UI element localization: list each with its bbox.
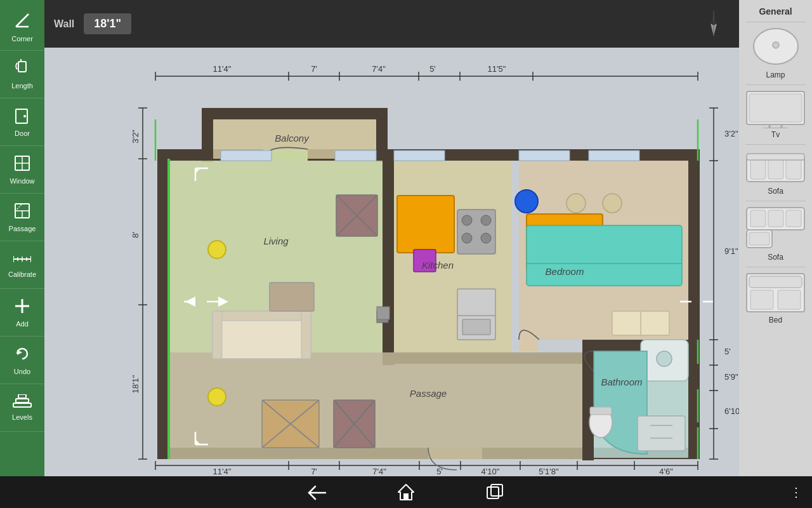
more-button[interactable]: ⋮ bbox=[790, 485, 802, 500]
passage-icon bbox=[13, 202, 31, 224]
svg-rect-116 bbox=[457, 210, 495, 254]
svg-line-0 bbox=[16, 14, 29, 27]
svg-rect-65 bbox=[157, 149, 169, 459]
svg-rect-79 bbox=[169, 352, 582, 459]
home-button[interactable] bbox=[393, 479, 419, 505]
window-label: Window bbox=[10, 177, 34, 185]
compass bbox=[698, 8, 730, 42]
svg-rect-83 bbox=[519, 340, 538, 351]
divider-1 bbox=[745, 22, 806, 22]
svg-text:11'4": 11'4" bbox=[213, 467, 232, 476]
svg-text:9'1": 9'1" bbox=[724, 246, 738, 256]
door-label: Door bbox=[15, 130, 30, 137]
window-tool[interactable]: Window bbox=[0, 146, 44, 194]
window-icon bbox=[13, 154, 31, 176]
length-label: Length bbox=[11, 82, 33, 90]
svg-point-5 bbox=[23, 115, 26, 117]
passage-label: Passage bbox=[9, 225, 36, 232]
svg-rect-123 bbox=[462, 319, 490, 335]
svg-text:7': 7' bbox=[311, 467, 317, 476]
sofa2-label: Sofa bbox=[768, 253, 783, 262]
wall-value: 18'1" bbox=[84, 13, 131, 34]
svg-rect-137 bbox=[590, 407, 612, 415]
svg-rect-138 bbox=[638, 416, 685, 451]
svg-text:5'1'8": 5'1'8" bbox=[539, 467, 559, 476]
levels-tool[interactable]: Levels bbox=[0, 384, 44, 432]
svg-text:7'4": 7'4" bbox=[372, 467, 386, 476]
svg-rect-23 bbox=[18, 394, 26, 398]
length-tool[interactable]: Length bbox=[0, 51, 44, 98]
svg-rect-30 bbox=[749, 94, 802, 122]
svg-point-119 bbox=[462, 233, 472, 243]
bottom-bar: ⋮ bbox=[0, 476, 812, 508]
calibrate-tool[interactable]: Calibrate bbox=[0, 241, 44, 289]
add-label: Add bbox=[16, 320, 29, 328]
back-button[interactable] bbox=[304, 479, 330, 505]
corner-tool[interactable]: Corner bbox=[0, 3, 44, 51]
lamp-label: Lamp bbox=[766, 70, 785, 79]
divider-2 bbox=[745, 84, 806, 85]
svg-point-126 bbox=[515, 190, 538, 213]
svg-rect-2 bbox=[18, 62, 26, 72]
tv-label: Tv bbox=[771, 130, 780, 139]
svg-point-100 bbox=[208, 241, 226, 258]
add-tool[interactable]: Add bbox=[0, 289, 44, 337]
svg-rect-70 bbox=[383, 149, 394, 365]
svg-rect-141 bbox=[519, 150, 570, 161]
svg-point-101 bbox=[208, 388, 226, 406]
svg-rect-195 bbox=[428, 448, 482, 459]
svg-rect-197 bbox=[403, 493, 409, 500]
svg-point-28 bbox=[773, 42, 779, 48]
divider-5 bbox=[745, 267, 806, 267]
svg-text:3'2": 3'2" bbox=[131, 130, 140, 144]
svg-point-129 bbox=[603, 194, 622, 213]
svg-text:3'2": 3'2" bbox=[724, 129, 738, 138]
right-panel: General Lamp Tv Sofa bbox=[739, 0, 812, 476]
svg-text:Passage: Passage bbox=[410, 388, 447, 399]
svg-text:7': 7' bbox=[311, 64, 317, 74]
svg-rect-41 bbox=[750, 210, 766, 227]
top-bar: Wall 18'1" bbox=[44, 0, 742, 48]
svg-text:6'10": 6'10" bbox=[724, 406, 739, 416]
svg-rect-36 bbox=[768, 159, 783, 179]
left-toolbar: Corner Length Door Window bbox=[0, 0, 44, 476]
svg-point-120 bbox=[481, 233, 491, 243]
svg-rect-71 bbox=[508, 149, 519, 161]
undo-label: Undo bbox=[14, 368, 30, 375]
svg-point-135 bbox=[657, 351, 672, 366]
door-tool[interactable]: Door bbox=[0, 98, 44, 146]
passage-tool[interactable]: Passage bbox=[0, 194, 44, 241]
lamp-item[interactable]: Lamp bbox=[742, 27, 809, 79]
svg-rect-86 bbox=[213, 311, 311, 321]
svg-point-118 bbox=[481, 215, 491, 225]
svg-text:11'5": 11'5" bbox=[488, 64, 506, 74]
svg-rect-38 bbox=[747, 154, 804, 160]
calibrate-label: Calibrate bbox=[8, 271, 36, 278]
calibrate-icon bbox=[13, 251, 31, 269]
svg-rect-87 bbox=[213, 311, 222, 359]
tv-item[interactable]: Tv bbox=[742, 90, 809, 139]
svg-rect-35 bbox=[750, 159, 766, 179]
levels-icon bbox=[12, 394, 32, 412]
sofa2-item[interactable]: Sofa bbox=[742, 206, 809, 262]
sofa1-item[interactable]: Sofa bbox=[742, 150, 809, 196]
corner-icon bbox=[13, 11, 32, 34]
svg-rect-145 bbox=[394, 150, 445, 161]
svg-text:Kitchen: Kitchen bbox=[422, 260, 454, 271]
svg-rect-21 bbox=[13, 403, 31, 407]
svg-text:Bedroom: Bedroom bbox=[546, 266, 584, 277]
bed-item[interactable]: Bed bbox=[742, 272, 809, 324]
svg-point-128 bbox=[566, 194, 586, 213]
undo-tool[interactable]: Undo bbox=[0, 337, 44, 384]
svg-text:5': 5' bbox=[724, 347, 731, 356]
add-icon bbox=[13, 297, 31, 319]
svg-rect-37 bbox=[786, 159, 801, 179]
length-icon bbox=[13, 59, 31, 81]
svg-rect-43 bbox=[786, 210, 801, 227]
svg-text:Balcony: Balcony bbox=[275, 133, 310, 144]
svg-text:11'4": 11'4" bbox=[213, 64, 232, 74]
svg-rect-115 bbox=[397, 196, 454, 253]
floorplan-area[interactable]: 11'4" 7' 7'4" 5' 11'5" bbox=[44, 48, 739, 476]
recent-button[interactable] bbox=[482, 479, 508, 505]
svg-rect-46 bbox=[749, 276, 802, 288]
